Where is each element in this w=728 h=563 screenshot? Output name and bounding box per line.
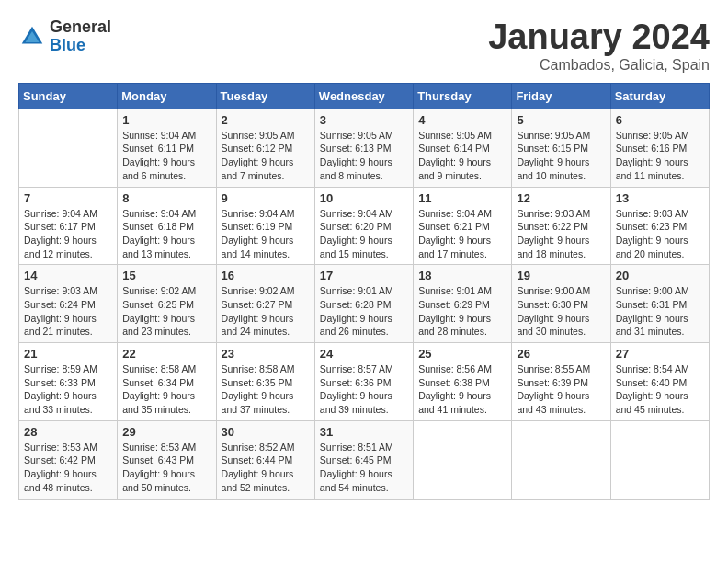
calendar-table: SundayMondayTuesdayWednesdayThursdayFrid… (18, 83, 710, 500)
day-info: Sunrise: 8:58 AM Sunset: 6:35 PM Dayligh… (222, 362, 310, 417)
day-cell: 2Sunrise: 9:05 AM Sunset: 6:12 PM Daylig… (216, 109, 314, 187)
calendar-body: 1Sunrise: 9:04 AM Sunset: 6:11 PM Daylig… (19, 109, 710, 499)
day-cell: 23Sunrise: 8:58 AM Sunset: 6:35 PM Dayli… (216, 343, 314, 421)
logo-text: General Blue (50, 18, 111, 55)
day-info: Sunrise: 9:02 AM Sunset: 6:27 PM Dayligh… (222, 284, 310, 339)
day-info: Sunrise: 9:04 AM Sunset: 6:20 PM Dayligh… (320, 207, 408, 261)
header-cell-saturday: Saturday (610, 83, 709, 109)
day-cell (610, 420, 709, 499)
day-number: 9 (222, 191, 310, 205)
day-number: 30 (222, 425, 310, 439)
day-number: 31 (320, 425, 408, 439)
day-number: 5 (517, 113, 605, 127)
day-cell: 8Sunrise: 9:04 AM Sunset: 6:18 PM Daylig… (118, 187, 216, 265)
day-number: 24 (320, 347, 408, 361)
week-row-2: 7Sunrise: 9:04 AM Sunset: 6:17 PM Daylig… (19, 187, 710, 265)
day-number: 14 (24, 269, 112, 282)
day-info: Sunrise: 9:04 AM Sunset: 6:19 PM Dayligh… (222, 207, 310, 261)
day-info: Sunrise: 8:51 AM Sunset: 6:45 PM Dayligh… (320, 441, 408, 495)
day-number: 3 (320, 113, 408, 127)
day-info: Sunrise: 9:05 AM Sunset: 6:16 PM Dayligh… (616, 129, 704, 183)
day-cell: 31Sunrise: 8:51 AM Sunset: 6:45 PM Dayli… (314, 420, 413, 499)
day-cell: 29Sunrise: 8:53 AM Sunset: 6:43 PM Dayli… (118, 420, 216, 499)
day-cell: 3Sunrise: 9:05 AM Sunset: 6:13 PM Daylig… (314, 109, 413, 187)
header-cell-wednesday: Wednesday (314, 83, 413, 109)
day-info: Sunrise: 9:04 AM Sunset: 6:11 PM Dayligh… (122, 129, 210, 183)
day-cell: 12Sunrise: 9:03 AM Sunset: 6:22 PM Dayli… (512, 187, 610, 265)
day-info: Sunrise: 9:04 AM Sunset: 6:18 PM Dayligh… (122, 207, 210, 261)
day-number: 22 (122, 347, 210, 361)
day-number: 1 (122, 113, 210, 127)
day-cell: 7Sunrise: 9:04 AM Sunset: 6:17 PM Daylig… (19, 187, 118, 265)
day-number: 28 (24, 425, 112, 439)
day-number: 17 (320, 269, 408, 282)
header-cell-sunday: Sunday (19, 83, 118, 109)
day-cell: 5Sunrise: 9:05 AM Sunset: 6:15 PM Daylig… (512, 109, 610, 187)
day-cell (512, 420, 610, 499)
week-row-4: 21Sunrise: 8:59 AM Sunset: 6:33 PM Dayli… (19, 343, 710, 421)
week-row-3: 14Sunrise: 9:03 AM Sunset: 6:24 PM Dayli… (19, 265, 710, 343)
day-cell: 20Sunrise: 9:00 AM Sunset: 6:31 PM Dayli… (610, 265, 709, 343)
day-info: Sunrise: 9:04 AM Sunset: 6:17 PM Dayligh… (24, 207, 112, 261)
logo-icon (18, 23, 46, 51)
day-number: 11 (418, 191, 506, 205)
day-number: 10 (320, 191, 408, 205)
day-number: 15 (122, 269, 210, 282)
day-info: Sunrise: 9:05 AM Sunset: 6:13 PM Dayligh… (320, 129, 408, 183)
day-number: 16 (222, 269, 310, 282)
day-number: 23 (222, 347, 310, 361)
day-cell: 24Sunrise: 8:57 AM Sunset: 6:36 PM Dayli… (314, 343, 413, 421)
day-info: Sunrise: 9:05 AM Sunset: 6:14 PM Dayligh… (418, 129, 506, 183)
header-cell-friday: Friday (512, 83, 610, 109)
page-header: General Blue January 2024 Cambados, Gali… (18, 18, 710, 74)
day-info: Sunrise: 9:04 AM Sunset: 6:21 PM Dayligh… (418, 207, 506, 261)
logo: General Blue (18, 18, 111, 55)
day-cell: 1Sunrise: 9:04 AM Sunset: 6:11 PM Daylig… (118, 109, 216, 187)
day-cell: 21Sunrise: 8:59 AM Sunset: 6:33 PM Dayli… (19, 343, 118, 421)
day-number: 21 (24, 347, 112, 361)
day-number: 20 (616, 269, 704, 282)
day-cell: 27Sunrise: 8:54 AM Sunset: 6:40 PM Dayli… (610, 343, 709, 421)
header-cell-tuesday: Tuesday (216, 83, 314, 109)
day-cell: 9Sunrise: 9:04 AM Sunset: 6:19 PM Daylig… (216, 187, 314, 265)
day-number: 27 (616, 347, 704, 361)
day-cell: 25Sunrise: 8:56 AM Sunset: 6:38 PM Dayli… (414, 343, 512, 421)
week-row-5: 28Sunrise: 8:53 AM Sunset: 6:42 PM Dayli… (19, 420, 710, 499)
day-info: Sunrise: 8:54 AM Sunset: 6:40 PM Dayligh… (616, 362, 704, 417)
day-info: Sunrise: 9:01 AM Sunset: 6:29 PM Dayligh… (418, 284, 506, 339)
day-number: 19 (517, 269, 605, 282)
day-cell: 28Sunrise: 8:53 AM Sunset: 6:42 PM Dayli… (19, 420, 118, 499)
day-cell: 14Sunrise: 9:03 AM Sunset: 6:24 PM Dayli… (19, 265, 118, 343)
day-cell: 6Sunrise: 9:05 AM Sunset: 6:16 PM Daylig… (610, 109, 709, 187)
day-cell: 15Sunrise: 9:02 AM Sunset: 6:25 PM Dayli… (118, 265, 216, 343)
day-info: Sunrise: 9:00 AM Sunset: 6:30 PM Dayligh… (517, 284, 605, 339)
day-info: Sunrise: 8:55 AM Sunset: 6:39 PM Dayligh… (517, 362, 605, 417)
day-info: Sunrise: 9:02 AM Sunset: 6:25 PM Dayligh… (122, 284, 210, 339)
calendar-header: SundayMondayTuesdayWednesdayThursdayFrid… (19, 83, 710, 109)
day-number: 12 (517, 191, 605, 205)
day-info: Sunrise: 8:52 AM Sunset: 6:44 PM Dayligh… (222, 441, 310, 495)
day-cell: 10Sunrise: 9:04 AM Sunset: 6:20 PM Dayli… (314, 187, 413, 265)
day-info: Sunrise: 9:05 AM Sunset: 6:12 PM Dayligh… (222, 129, 310, 183)
month-title: January 2024 (488, 18, 710, 57)
day-cell: 19Sunrise: 9:00 AM Sunset: 6:30 PM Dayli… (512, 265, 610, 343)
day-info: Sunrise: 8:53 AM Sunset: 6:43 PM Dayligh… (122, 441, 210, 495)
day-cell: 22Sunrise: 8:58 AM Sunset: 6:34 PM Dayli… (118, 343, 216, 421)
day-info: Sunrise: 8:53 AM Sunset: 6:42 PM Dayligh… (24, 441, 112, 495)
day-number: 18 (418, 269, 506, 282)
day-cell (19, 109, 118, 187)
day-cell: 13Sunrise: 9:03 AM Sunset: 6:23 PM Dayli… (610, 187, 709, 265)
day-info: Sunrise: 8:56 AM Sunset: 6:38 PM Dayligh… (418, 362, 506, 417)
day-number: 26 (517, 347, 605, 361)
day-info: Sunrise: 9:01 AM Sunset: 6:28 PM Dayligh… (320, 284, 408, 339)
header-cell-monday: Monday (118, 83, 216, 109)
week-row-1: 1Sunrise: 9:04 AM Sunset: 6:11 PM Daylig… (19, 109, 710, 187)
day-cell: 16Sunrise: 9:02 AM Sunset: 6:27 PM Dayli… (216, 265, 314, 343)
day-info: Sunrise: 9:03 AM Sunset: 6:24 PM Dayligh… (24, 284, 112, 339)
header-row: SundayMondayTuesdayWednesdayThursdayFrid… (19, 83, 710, 109)
location: Cambados, Galicia, Spain (488, 57, 710, 74)
day-info: Sunrise: 9:05 AM Sunset: 6:15 PM Dayligh… (517, 129, 605, 183)
day-cell: 30Sunrise: 8:52 AM Sunset: 6:44 PM Dayli… (216, 420, 314, 499)
day-number: 13 (616, 191, 704, 205)
day-cell: 11Sunrise: 9:04 AM Sunset: 6:21 PM Dayli… (414, 187, 512, 265)
